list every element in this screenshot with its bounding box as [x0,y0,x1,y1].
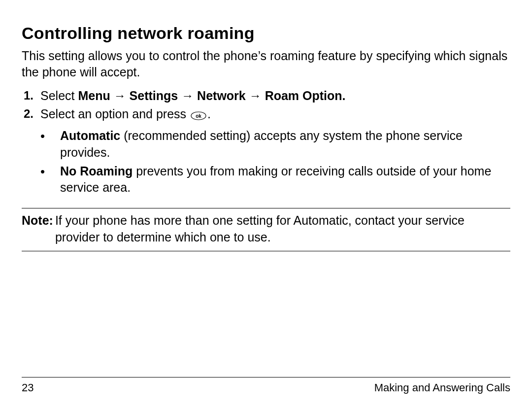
bullet-no-roaming: No Roaming prevents you from making or r… [22,163,510,197]
step-2-prefix: Select an option and press [40,107,190,121]
step-1-menu-path: Menu → Settings → Network → Roam Option. [78,89,345,103]
step-2: Select an option and press ok. [22,105,510,125]
intro-paragraph: This setting allows you to control the p… [22,48,510,80]
bullet-automatic: Automatic (recommended setting) accepts … [22,128,510,161]
page-footer: 23 Making and Answering Calls [22,377,510,394]
step-1-prefix: Select [40,89,78,103]
section-heading: Controlling network roaming [22,24,510,43]
manual-page: Controlling network roaming This setting… [0,0,532,411]
note-text: If your phone has more than one setting … [55,212,510,246]
bullet-list: Automatic (recommended setting) accepts … [22,128,510,196]
note-block: Note: If your phone has more than one se… [22,208,510,251]
note-label: Note: [22,212,55,229]
bullet-no-roaming-label: No Roaming [60,164,133,178]
bullet-automatic-label: Automatic [60,129,120,142]
page-number: 23 [22,381,33,394]
svg-text:ok: ok [196,113,201,118]
step-1: Select Menu → Settings → Network → Roam … [22,87,510,105]
numbered-steps: Select Menu → Settings → Network → Roam … [22,87,510,125]
ok-icon: ok [191,107,206,125]
footer-section-title: Making and Answering Calls [374,381,510,394]
step-2-suffix: . [207,107,211,121]
bullet-automatic-text: (recommended setting) accepts any system… [60,129,463,159]
